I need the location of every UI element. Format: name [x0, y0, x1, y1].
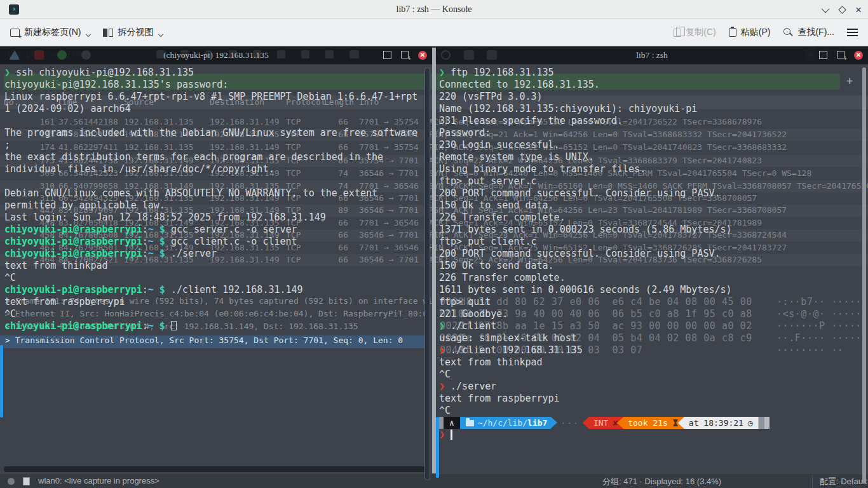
- terminal-line: chiyoyuki-pi@raspberrypi:~ $ gcc server.…: [4, 224, 297, 236]
- powerline-cap: [759, 417, 764, 429]
- powerline-time-segment: at 18:39:21 ◷: [678, 417, 759, 429]
- find-button[interactable]: 查找(F)...: [776, 19, 841, 46]
- pane-splitter[interactable]: [432, 48, 436, 473]
- terminal-line: text from thinkpad: [4, 260, 108, 272]
- new-tab-button[interactable]: 新建标签页(N): [4, 19, 97, 46]
- terminal-line: Name (192.168.31.135:chiyoyuki): chiyoyu…: [439, 103, 697, 115]
- terminal-line: text from raspberrypi: [4, 296, 125, 308]
- powerline-caret-segment: ∧: [444, 417, 460, 429]
- cursor-hollow: [171, 321, 177, 330]
- terminal-line: chiyoyuki-pi@raspberrypi:~ $ gcc client.…: [4, 236, 297, 248]
- left-pane-title: (chiyoyuki-pi) 192.168.31.135: [0, 46, 432, 64]
- terminal-line: text from raspberrypi: [439, 393, 560, 405]
- close-pane-icon[interactable]: ✕: [854, 51, 863, 60]
- cross-icon: ✘: [613, 417, 618, 429]
- powerline-duration-segment: took 21s: [617, 417, 684, 429]
- copy-button[interactable]: 复制(C): [667, 19, 722, 46]
- konsole-window: › lib7 : zsh — Konsole × 新建标签页(N) 拆分视图: [0, 0, 868, 488]
- hamburger-menu-button[interactable]: [841, 19, 864, 46]
- chevron-down-icon: [86, 32, 91, 37]
- powerline-cap: [439, 417, 444, 429]
- terminal-line: the exact distribution terms for each pr…: [4, 151, 383, 163]
- clock-icon: ◷: [748, 417, 753, 429]
- terminal-line: 1 (2024-09-02) aarch64: [4, 103, 131, 115]
- terminal-line: ❯ ./client 192.168.31.135: [439, 344, 583, 356]
- powerline-arrow-icon: [551, 417, 557, 428]
- terminal-line: 226 Transfer complete.: [439, 212, 566, 224]
- time-label: at 18:39:21: [689, 417, 743, 429]
- terminal-line: chiyoyuki-pi@192.168.31.135's password:: [4, 79, 228, 91]
- powerline-dots: ···: [560, 417, 579, 429]
- new-tab-icon: [10, 29, 20, 37]
- terminal-line: ^C: [439, 405, 451, 417]
- terminal-line: ftp> put client.c: [439, 236, 537, 248]
- terminal-right[interactable]: ∧ ~/h/c/lib/lib7 ··· INT ✘ took 21s at 1…: [436, 64, 868, 488]
- powerline-prompt: ∧ ~/h/c/lib/lib7 ··· INT ✘ took 21s at 1…: [439, 417, 770, 429]
- terminal-line: ftp> quit: [439, 296, 491, 308]
- paste-icon: [729, 28, 736, 37]
- cursor-beam: [451, 430, 452, 440]
- split-view-icon: [103, 29, 113, 37]
- chevron-down-icon: [158, 32, 163, 37]
- title-bar: › lib7 : zsh — Konsole ×: [0, 0, 868, 19]
- terminal-line: Debian GNU/Linux comes with ABSOLUTELY N…: [4, 187, 377, 200]
- window-title: lib7 : zsh — Konsole: [0, 4, 868, 15]
- paste-label: 粘贴(P): [741, 27, 771, 38]
- terminal-line: ❯ ./server: [439, 381, 496, 393]
- bytes-pane-scrollbar[interactable]: [436, 417, 439, 478]
- terminal-line: Remote system type is UNIX.: [439, 151, 594, 163]
- terminal-line: The programs included with the Debian GN…: [4, 127, 417, 139]
- terminal-line: ❯: [439, 429, 452, 441]
- path-bold: lib7: [527, 417, 547, 429]
- terminal-line: 221 Goodbye.: [439, 308, 508, 320]
- copy-icon: [674, 29, 681, 37]
- left-pane-tab-bar: (chiyoyuki-pi) 192.168.31.135 ✕: [0, 46, 432, 64]
- terminal-line: Connected to 192.168.31.135.: [439, 79, 600, 91]
- terminal-line: Password:: [439, 127, 491, 139]
- paste-button[interactable]: 粘贴(P): [722, 19, 777, 46]
- terminal-line: ^C: [4, 308, 16, 320]
- detach-tab-icon[interactable]: [401, 51, 409, 58]
- maximize-pane-icon[interactable]: [819, 51, 827, 59]
- path-dim: ~/h/c/lib/: [478, 417, 527, 429]
- right-pane-tab-bar: lib7 : zsh ✕: [436, 46, 868, 64]
- duration-label: took 21s: [628, 417, 668, 429]
- terminal-line: 331 Please specify the password.: [439, 115, 623, 127]
- terminal-line: Linux raspberrypi 6.6.47+rpt-rpi-v8 #1 S…: [4, 91, 417, 103]
- split-view-button[interactable]: 拆分视图: [97, 19, 169, 46]
- terminal-line: ftp> put server.c: [439, 175, 537, 187]
- right-pane-title: lib7 : zsh: [436, 46, 868, 64]
- terminal-line: Using binary mode to transfer files.: [439, 163, 646, 175]
- terminal-line: individual files in /usr/share/doc/*/cop…: [4, 163, 274, 175]
- search-icon: [783, 27, 793, 37]
- maximize-pane-icon[interactable]: [383, 51, 391, 59]
- detach-tab-icon[interactable]: [837, 51, 844, 58]
- terminal-line: ❯ ./client: [439, 320, 496, 332]
- hamburger-icon: [847, 29, 858, 36]
- close-window-icon[interactable]: ×: [855, 4, 862, 15]
- detail-pane-scrollbar[interactable]: [0, 345, 3, 417]
- terminal-line: 220 (vsFTPd 3.0.3): [439, 91, 543, 103]
- terminal-line: ❯ ssh chiyoyuki-pi@192.168.31.135: [4, 67, 194, 79]
- terminal-line: 230 Login successful.: [439, 139, 560, 151]
- close-pane-icon[interactable]: ✕: [418, 51, 427, 60]
- terminal-line: usage: simplex-talk host: [439, 332, 577, 344]
- maximize-icon[interactable]: [838, 6, 846, 14]
- terminal-line: 150 Ok to send data.: [439, 260, 554, 272]
- terminal-line: 1611 bytes sent in 0.000616 seconds (2.4…: [439, 284, 732, 296]
- right-terminal-scrollbar[interactable]: [862, 67, 866, 484]
- powerline-cap: [764, 417, 770, 429]
- terminal-line: 226 Transfer complete.: [439, 272, 566, 284]
- terminal-line: 1371 bytes sent in 0.000223 seconds (5.8…: [439, 224, 732, 236]
- powerline-path-segment: ~/h/c/lib/lib7: [460, 417, 552, 429]
- terminal-line: chiyoyuki-pi@raspberrypi:~ $: [4, 320, 177, 332]
- terminal-line: Last login: Sun Jan 12 18:48:52 2025 fro…: [4, 212, 326, 224]
- left-terminal-scrollbar[interactable]: [424, 67, 430, 480]
- terminal-left[interactable]: ❯ ssh chiyoyuki-pi@192.168.31.135chiyoyu…: [0, 64, 432, 488]
- hourglass-icon: [672, 419, 679, 427]
- terminal-line: permitted by applicable law.: [4, 200, 165, 212]
- find-label: 查找(F)...: [797, 27, 834, 38]
- exit-status-label: INT: [593, 417, 608, 429]
- terminal-line: ❯ ftp 192.168.31.135: [439, 67, 554, 79]
- terminal-line: ;: [4, 139, 10, 151]
